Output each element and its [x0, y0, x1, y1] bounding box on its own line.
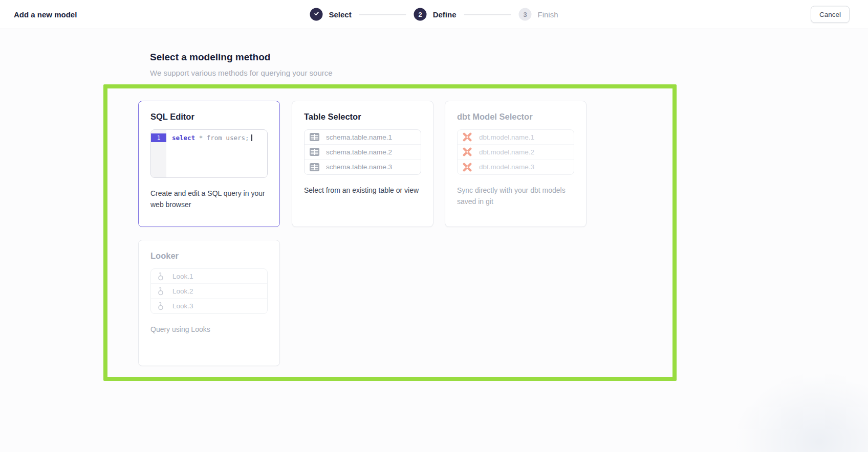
- list-item: schema.table.name.3: [305, 160, 421, 174]
- dbt-logo-icon: [462, 132, 472, 142]
- card-sql-editor[interactable]: SQL Editor 1 select * from users; Create…: [138, 101, 280, 227]
- top-bar: Add a new model Select 2 Define 3 Finish…: [0, 0, 868, 29]
- list-item-label: schema.table.name.2: [326, 148, 392, 156]
- card-description: Select from an existing table or view: [304, 185, 423, 196]
- list-item: dbt.model.name.3: [458, 160, 574, 174]
- list-item-label: dbt.model.name.3: [479, 163, 534, 171]
- table-grid-icon: [309, 148, 319, 156]
- list-item-label: schema.table.name.1: [326, 133, 392, 141]
- list-item: dbt.model.name.1: [458, 130, 574, 145]
- table-grid-icon: [309, 163, 319, 171]
- looker-logo-icon: [156, 286, 166, 296]
- list-item: Look.2: [151, 284, 267, 299]
- card-description: Sync directly with your dbt models saved…: [457, 185, 576, 207]
- looker-logo-icon: [156, 301, 166, 311]
- card-description: Create and edit a SQL query in your web …: [150, 188, 269, 210]
- line-number: 1: [151, 133, 166, 142]
- step-select[interactable]: Select: [310, 8, 351, 21]
- sql-code-preview: 1 select * from users;: [150, 129, 268, 178]
- check-icon: [313, 11, 319, 18]
- corner-glow-decoration: [735, 373, 868, 452]
- looker-list-preview: Look.1 Look.2 Look.3: [150, 268, 268, 314]
- list-item: Look.1: [151, 269, 267, 284]
- step-define-indicator: 2: [414, 8, 427, 21]
- sql-code-rest: * from users;: [195, 134, 249, 142]
- dbt-list-preview: dbt.model.name.1 dbt.model.name.2 dbt.mo…: [457, 129, 574, 175]
- card-title: SQL Editor: [150, 112, 268, 122]
- list-item-label: dbt.model.name.2: [479, 148, 534, 156]
- list-item-label: schema.table.name.3: [326, 163, 392, 171]
- list-item: schema.table.name.2: [305, 145, 421, 160]
- list-item-label: Look.1: [172, 273, 193, 280]
- card-table-selector[interactable]: Table Selector schema.table.name.1 schem…: [292, 101, 433, 227]
- card-title: Looker: [150, 251, 268, 261]
- dbt-logo-icon: [462, 163, 472, 172]
- step-connector: [359, 14, 406, 15]
- list-item: Look.3: [151, 299, 267, 313]
- page-title: Select a modeling method: [150, 52, 270, 63]
- step-select-indicator: [310, 8, 322, 21]
- code-line: select * from users;: [172, 133, 267, 142]
- step-define[interactable]: 2 Define: [414, 8, 457, 21]
- card-looker[interactable]: Looker Look.1 Look.2 Look.3 Query using …: [138, 240, 280, 366]
- window-title: Add a new model: [14, 10, 77, 19]
- table-list-preview: schema.table.name.1 schema.table.name.2 …: [304, 129, 421, 175]
- card-title: dbt Model Selector: [457, 112, 574, 122]
- page-subtitle: We support various methods for querying …: [150, 69, 333, 77]
- looker-logo-icon: [156, 272, 166, 281]
- text-cursor: [251, 134, 252, 141]
- sql-keyword: select: [172, 134, 195, 142]
- list-item-label: dbt.model.name.1: [479, 133, 534, 141]
- wizard-stepper: Select 2 Define 3 Finish: [310, 8, 558, 21]
- step-finish-label: Finish: [538, 10, 558, 19]
- list-item: dbt.model.name.2: [458, 145, 574, 160]
- card-description: Query using Looks: [150, 324, 269, 335]
- step-connector: [464, 14, 511, 15]
- card-title: Table Selector: [304, 112, 421, 122]
- list-item: schema.table.name.1: [305, 130, 421, 145]
- table-grid-icon: [309, 133, 319, 141]
- step-define-label: Define: [433, 10, 457, 19]
- list-item-label: Look.3: [172, 302, 193, 310]
- step-finish-indicator: 3: [519, 8, 532, 21]
- code-gutter: 1: [151, 130, 166, 177]
- list-item-label: Look.2: [172, 287, 193, 295]
- dbt-logo-icon: [462, 147, 472, 156]
- step-finish[interactable]: 3 Finish: [519, 8, 558, 21]
- cancel-button[interactable]: Cancel: [811, 6, 850, 23]
- step-select-label: Select: [329, 10, 351, 19]
- card-dbt-model-selector[interactable]: dbt Model Selector dbt.model.name.1 dbt.…: [445, 101, 587, 227]
- code-area: select * from users;: [166, 130, 267, 177]
